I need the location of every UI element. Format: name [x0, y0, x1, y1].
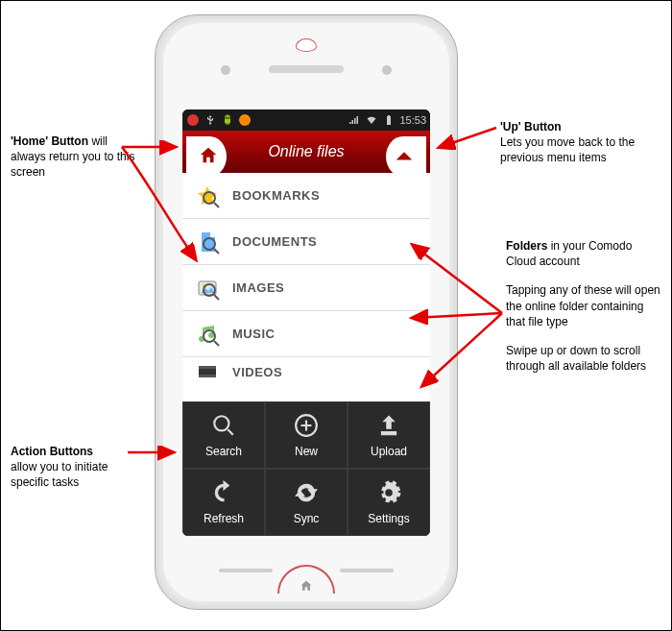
sync-icon: [294, 480, 319, 508]
action-bar: Search New Upload Refresh: [182, 401, 430, 536]
svg-point-4: [204, 284, 215, 296]
app-title: Online files: [268, 143, 344, 160]
callout-title: 'Up' Button: [500, 120, 562, 133]
callout-desc: allow you to initiate specific tasks: [11, 460, 108, 489]
up-button[interactable]: [386, 136, 426, 177]
phone-home-key: [277, 565, 335, 594]
svg-point-9: [214, 416, 228, 430]
phone-screen: 15:53 Online files: [182, 109, 430, 536]
images-icon: [194, 275, 221, 302]
action-refresh[interactable]: Refresh: [182, 469, 265, 536]
folder-videos[interactable]: VIDEOS: [182, 357, 430, 386]
action-label: Refresh: [204, 512, 244, 525]
action-label: Upload: [371, 445, 407, 458]
callout-folders: Folders in your Comodo Cloud account Tap…: [506, 238, 664, 374]
app-icon: [238, 113, 252, 127]
action-label: Settings: [368, 512, 409, 525]
folder-documents[interactable]: DOCUMENTS: [182, 219, 430, 265]
plus-icon: [294, 413, 319, 441]
music-icon: [194, 321, 221, 348]
callout-title: Folders: [506, 239, 547, 253]
android-icon: [221, 113, 234, 127]
usb-icon: [204, 113, 217, 127]
arrow-home-long: [120, 145, 206, 270]
settings-icon: [376, 480, 401, 508]
svg-rect-8: [199, 375, 216, 377]
refresh-icon: [211, 480, 236, 508]
sim-icon: [186, 113, 200, 127]
app-header: Online files: [182, 131, 430, 173]
arrow-folders: [395, 217, 510, 400]
brand-dot: [296, 38, 317, 52]
search-icon: [211, 413, 236, 441]
folder-bookmarks[interactable]: BOOKMARKS: [182, 173, 430, 219]
svg-point-5: [204, 330, 215, 342]
action-upload[interactable]: Upload: [348, 401, 430, 469]
arrow-actions: [126, 443, 183, 462]
up-icon: [394, 145, 415, 169]
folder-list[interactable]: BOOKMARKS DOCUMENTS: [182, 173, 430, 401]
folder-images[interactable]: IMAGES: [182, 265, 430, 311]
folder-music[interactable]: MUSIC: [182, 311, 430, 357]
sensor-dot: [382, 65, 392, 75]
videos-icon: [194, 358, 221, 385]
callout-desc: Tapping any of these will open the onlin…: [506, 282, 664, 329]
status-time: 15:53: [399, 114, 426, 126]
action-label: Sync: [294, 512, 320, 525]
android-status-bar: 15:53: [182, 109, 430, 131]
folder-label: VIDEOS: [232, 365, 282, 379]
upload-icon: [376, 413, 401, 441]
softkey-left: [219, 569, 273, 572]
action-label: Search: [205, 445, 242, 458]
callout-title: Action Buttons: [11, 445, 93, 458]
svg-rect-7: [199, 366, 216, 369]
battery-icon: [382, 113, 396, 127]
earpiece: [269, 65, 344, 73]
folder-label: DOCUMENTS: [232, 234, 317, 249]
signal-icon: [348, 113, 361, 127]
callout-desc: Lets you move back to the previous menu …: [500, 135, 635, 164]
sensor-dot: [221, 65, 230, 75]
action-sync[interactable]: Sync: [265, 469, 348, 536]
folder-label: BOOKMARKS: [232, 188, 320, 203]
callout-title: 'Home' Button: [11, 134, 88, 148]
action-label: New: [295, 445, 318, 458]
folder-label: IMAGES: [232, 280, 284, 295]
callout-home: 'Home' Button will always return you to …: [11, 133, 135, 181]
arrow-up: [433, 122, 500, 155]
folder-label: MUSIC: [232, 327, 275, 341]
page: 15:53 Online files: [0, 0, 672, 631]
callout-actions: Action Buttons allow you to initiate spe…: [11, 444, 140, 491]
action-new[interactable]: New: [265, 401, 348, 469]
action-search[interactable]: Search: [182, 401, 265, 469]
softkey-right: [340, 569, 394, 572]
wifi-icon: [365, 113, 378, 127]
action-settings[interactable]: Settings: [348, 469, 430, 536]
callout-up: 'Up' Button Lets you move back to the pr…: [500, 119, 644, 166]
callout-desc: Swipe up or down to scroll through all a…: [506, 343, 664, 374]
